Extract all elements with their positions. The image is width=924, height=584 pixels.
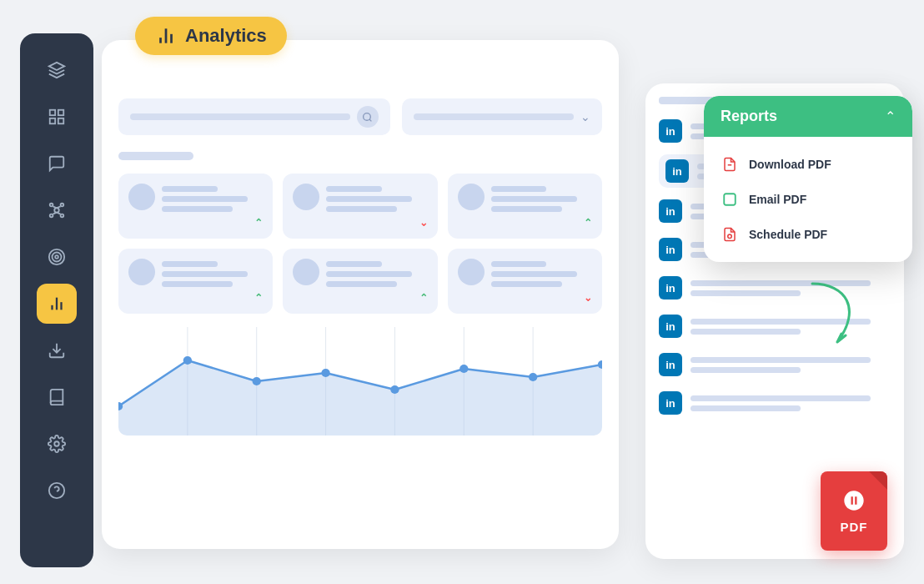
section-label	[118, 152, 193, 160]
search-bar-placeholder	[130, 113, 350, 120]
metric-card-1: ⌃	[118, 174, 273, 239]
report-item-email-pdf[interactable]: Email PDF	[704, 182, 912, 217]
metric-cards-grid: ⌃ ⌄	[118, 174, 602, 314]
metric-lines-2	[326, 184, 427, 212]
linkedin-icon-1: in	[659, 119, 682, 143]
svg-point-37	[321, 369, 329, 377]
email-pdf-icon	[721, 190, 739, 209]
metric-card-4: ⌃	[118, 249, 273, 314]
metric-card-3: ⌃	[448, 174, 602, 239]
arrow-annotation	[796, 275, 879, 375]
chart-svg	[118, 327, 602, 435]
svg-point-4	[54, 208, 59, 213]
linkedin-icon-7: in	[659, 353, 682, 376]
email-pdf-label: Email PDF	[749, 193, 806, 206]
sidebar	[20, 33, 93, 567]
svg-point-36	[253, 377, 261, 385]
svg-point-38	[390, 385, 399, 394]
search-icon	[357, 106, 379, 128]
sidebar-item-dashboard[interactable]	[37, 97, 77, 137]
metric-arrow-up-3: ⌃	[584, 217, 592, 229]
metric-lines-6	[491, 259, 592, 287]
svg-point-40	[529, 373, 537, 381]
download-pdf-label: Download PDF	[749, 158, 831, 171]
sidebar-item-messages[interactable]	[37, 143, 77, 184]
metric-lines-4	[162, 259, 263, 287]
metric-avatar-4	[128, 259, 155, 285]
svg-point-44	[728, 234, 732, 239]
dropdown-placeholder	[414, 113, 575, 120]
sidebar-item-library[interactable]	[37, 377, 77, 417]
svg-point-15	[55, 255, 58, 259]
sidebar-item-navigate[interactable]	[37, 50, 77, 90]
linkedin-icon-4: in	[659, 238, 682, 261]
reports-chevron-icon: ⌃	[885, 108, 896, 124]
reports-body: Download PDF Email PDF	[704, 137, 912, 262]
metric-avatar-6	[458, 259, 485, 285]
schedule-pdf-icon	[721, 225, 739, 244]
toolbar-row: ⌄	[118, 98, 602, 135]
linkedin-icon-3: in	[659, 199, 682, 223]
svg-point-7	[50, 214, 53, 218]
main-card: ⌄ ⌃	[102, 40, 619, 549]
report-item-schedule-pdf[interactable]: Schedule PDF	[704, 217, 912, 252]
metric-arrow-up-5: ⌃	[419, 292, 428, 304]
linkedin-lines-8	[690, 395, 891, 411]
metric-arrow-down-6: ⌄	[584, 292, 592, 304]
svg-rect-3	[58, 118, 63, 123]
line-chart	[118, 327, 602, 435]
metric-card-6: ⌄	[448, 249, 602, 314]
metric-card-5: ⌃	[283, 249, 437, 314]
metric-lines-5	[326, 259, 427, 287]
svg-line-11	[53, 213, 57, 214]
svg-rect-0	[50, 110, 55, 115]
analytics-badge-icon	[155, 25, 177, 47]
reports-dropdown: Reports ⌃ Download PDF	[704, 96, 912, 262]
svg-point-20	[54, 441, 59, 446]
metric-avatar-1	[128, 184, 155, 210]
pdf-file-icon: PDF	[821, 471, 887, 551]
svg-line-27	[369, 119, 371, 121]
svg-rect-2	[50, 118, 55, 123]
svg-point-35	[183, 356, 192, 365]
reports-title: Reports	[721, 108, 777, 125]
svg-point-39	[459, 365, 468, 373]
scene: Analytics ⌄	[20, 17, 904, 567]
svg-rect-1	[58, 110, 63, 115]
metric-avatar-2	[293, 184, 319, 210]
metric-lines-3	[491, 184, 592, 212]
linkedin-icon-5: in	[659, 276, 682, 300]
report-item-download-pdf[interactable]: Download PDF	[704, 147, 912, 182]
sidebar-item-target[interactable]	[37, 237, 77, 277]
schedule-pdf-label: Schedule PDF	[749, 228, 827, 241]
svg-line-12	[57, 213, 61, 214]
search-bar[interactable]	[118, 98, 390, 135]
sidebar-item-settings[interactable]	[37, 424, 77, 464]
sidebar-item-support[interactable]	[37, 471, 77, 511]
linkedin-icon-6: in	[659, 315, 682, 338]
linkedin-row-8: in	[659, 388, 891, 418]
metric-card-2: ⌄	[283, 174, 437, 239]
svg-rect-43	[724, 194, 736, 205]
metric-avatar-3	[458, 184, 485, 210]
svg-line-9	[57, 206, 61, 208]
analytics-title: Analytics	[185, 25, 267, 47]
svg-point-8	[61, 214, 64, 218]
pdf-download-icon	[721, 155, 739, 174]
metric-arrow-up-4: ⌃	[254, 292, 263, 304]
analytics-badge: Analytics	[135, 17, 287, 55]
sidebar-item-download[interactable]	[37, 330, 77, 370]
svg-point-26	[364, 113, 371, 120]
pdf-label: PDF	[841, 520, 868, 534]
svg-point-6	[50, 204, 53, 207]
sidebar-item-analytics[interactable]	[37, 284, 77, 324]
svg-line-10	[53, 206, 57, 208]
reports-header[interactable]: Reports ⌃	[704, 96, 912, 137]
linkedin-icon-2: in	[665, 159, 689, 183]
sidebar-item-network[interactable]	[37, 190, 77, 230]
metric-lines-1	[162, 184, 263, 212]
dropdown-bar[interactable]: ⌄	[402, 98, 603, 135]
svg-point-14	[53, 253, 62, 262]
svg-point-5	[61, 204, 64, 207]
chevron-down-icon: ⌄	[580, 110, 590, 123]
